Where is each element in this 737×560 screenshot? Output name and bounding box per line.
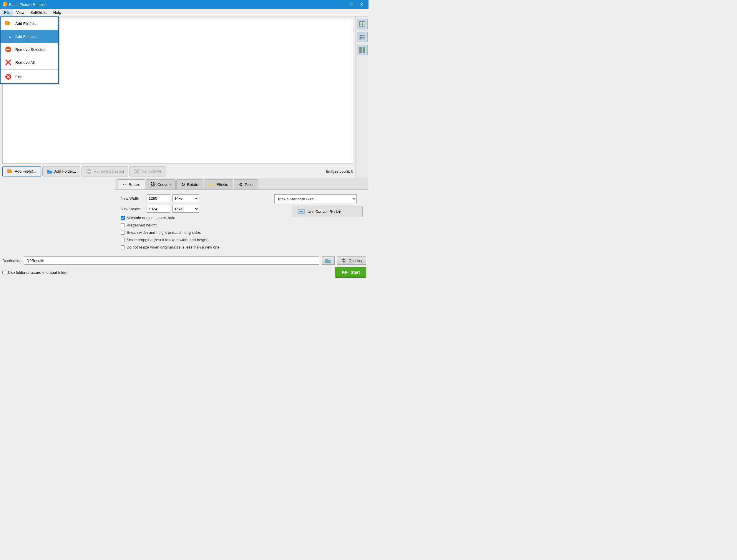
svg-text:+: + <box>6 24 8 26</box>
maintain-ratio-checkbox[interactable] <box>121 216 125 220</box>
tab-resize[interactable]: ↔ Resize <box>117 179 145 189</box>
use-folder-checkbox[interactable] <box>2 271 6 274</box>
menu-remove-all[interactable]: Remove All <box>1 56 58 69</box>
effects-tab-icon: ✨ <box>209 182 215 187</box>
options-button[interactable]: Options <box>337 256 366 265</box>
grid-view-icon <box>359 47 365 53</box>
add-folder-label: Add Folder... <box>15 34 37 39</box>
start-button[interactable]: Start <box>335 267 366 278</box>
sidebar-thumbnails-large-button[interactable] <box>357 19 367 29</box>
svg-point-43 <box>343 260 345 262</box>
resize-right-col: Pick a Standard Size 640x480 800x600 102… <box>274 194 362 249</box>
svg-text:B: B <box>4 3 6 6</box>
add-folder-button[interactable]: Add Folder... <box>42 166 81 176</box>
svg-rect-15 <box>7 169 10 173</box>
toolbar: Add File(s)... Add Folder... Remove Sele… <box>0 165 355 178</box>
tab-tools[interactable]: ⚙ Tools <box>234 179 258 189</box>
svg-rect-7 <box>9 36 10 38</box>
new-height-unit-select[interactable]: Pixel Percent Inch Cm <box>172 205 199 213</box>
menu-add-folder[interactable]: Add Folder... <box>1 30 58 43</box>
add-files-toolbar-icon <box>7 169 13 174</box>
new-width-row: New Width Pixel Percent Inch Cm <box>121 194 268 202</box>
new-height-label: New Height <box>121 207 144 211</box>
switch-wh-checkbox[interactable] <box>121 231 125 235</box>
svg-rect-36 <box>362 50 365 53</box>
menu-add-files[interactable]: + Add File(s)... <box>1 17 58 30</box>
maximize-button[interactable]: □ <box>347 1 356 8</box>
svg-point-44 <box>342 259 346 263</box>
tab-convert[interactable]: 🖼 Convert <box>146 179 176 189</box>
destination-input[interactable] <box>24 256 319 265</box>
destination-bar: Destination Options <box>0 254 368 267</box>
new-width-unit-select[interactable]: Pixel Percent Inch Cm <box>172 194 199 202</box>
add-files-label: Add File(s)... <box>15 21 37 26</box>
no-resize-checkbox[interactable] <box>121 245 125 249</box>
use-folder-check-row: Use folder structure in output folder <box>2 270 68 275</box>
svg-rect-24 <box>362 22 365 24</box>
tab-effects[interactable]: ✨ Effects <box>204 179 233 189</box>
sidebar-grid-button[interactable] <box>357 45 367 55</box>
svg-marker-46 <box>345 270 347 275</box>
destination-label: Destination <box>2 259 21 263</box>
canvas-resize-icon <box>297 207 305 216</box>
new-width-label: New Width <box>121 196 144 201</box>
menu-bar: File View SoftOrbits Help + Add File(s).… <box>0 9 368 16</box>
svg-rect-4 <box>8 23 10 25</box>
tab-rotate[interactable]: ↻ Rotate <box>176 179 203 189</box>
svg-rect-17 <box>10 171 12 173</box>
canvas-resize-label: Use Canvas Resize <box>307 209 341 214</box>
menu-divider <box>1 69 58 70</box>
destination-folder-button[interactable] <box>322 256 335 265</box>
svg-rect-23 <box>360 22 362 24</box>
no-resize-label: Do not resize when original size is less… <box>127 245 219 249</box>
rotate-tab-icon: ↻ <box>181 182 185 187</box>
svg-rect-34 <box>362 47 365 50</box>
menu-item-file[interactable]: File <box>1 9 13 16</box>
smart-crop-row: Smart cropping (result in exact width an… <box>121 238 268 242</box>
svg-marker-16 <box>10 169 12 171</box>
menu-exit[interactable]: Exit <box>1 70 58 83</box>
resize-tab-icon: ↔ <box>122 182 127 187</box>
close-button[interactable]: ✕ <box>357 1 366 8</box>
tab-tools-label: Tools <box>244 182 253 187</box>
predefined-height-checkbox[interactable] <box>121 223 125 227</box>
add-files-button[interactable]: Add File(s)... <box>2 166 41 176</box>
new-height-input[interactable] <box>147 205 170 213</box>
svg-rect-35 <box>359 50 362 53</box>
menu-item-softorbits[interactable]: SoftOrbits <box>27 9 50 16</box>
options-gear-icon <box>341 258 347 263</box>
remove-all-toolbar-icon <box>134 169 140 174</box>
menu-remove-selected[interactable]: Remove Selected <box>1 43 58 56</box>
resize-two-col: New Width Pixel Percent Inch Cm New He <box>121 194 362 249</box>
standard-size-select[interactable]: Pick a Standard Size 640x480 800x600 102… <box>274 194 357 203</box>
maintain-ratio-row: Maintain original aspect ratio <box>121 216 268 220</box>
new-width-input[interactable] <box>147 194 170 202</box>
add-folder-icon <box>5 33 12 40</box>
tabs-and-content: ↔ Resize 🖼 Convert ↻ Rotate ✨ Effects ⚙ … <box>0 178 368 280</box>
smart-crop-checkbox[interactable] <box>121 238 125 242</box>
remove-selected-icon <box>5 46 12 53</box>
list-view-icon <box>359 34 365 40</box>
title-bar-left: B Batch Picture Resizer <box>2 2 46 7</box>
maintain-ratio-label: Maintain original aspect ratio <box>127 216 175 220</box>
remove-all-button[interactable]: Remove All <box>129 166 165 176</box>
canvas-resize-button[interactable]: Use Canvas Resize <box>292 206 362 217</box>
menu-item-view[interactable]: View <box>13 9 27 16</box>
file-dropdown-menu: + Add File(s)... Add Folder... <box>0 16 59 84</box>
sidebar-list-button[interactable] <box>357 32 367 42</box>
tools-tab-icon: ⚙ <box>239 182 243 187</box>
menu-item-help[interactable]: Help <box>50 9 64 16</box>
options-label: Options <box>348 259 362 263</box>
add-folder-toolbar-icon <box>47 169 53 174</box>
start-icon <box>341 269 348 275</box>
remove-all-label: Remove All <box>15 60 35 65</box>
convert-tab-icon: 🖼 <box>151 182 156 187</box>
minimize-button[interactable]: – <box>337 1 346 8</box>
svg-point-31 <box>360 37 361 38</box>
right-sidebar <box>355 16 368 178</box>
remove-selected-label: Remove Selected <box>15 47 46 52</box>
resize-left-col: New Width Pixel Percent Inch Cm New He <box>121 194 268 249</box>
start-label: Start <box>350 270 360 275</box>
svg-rect-26 <box>362 24 365 26</box>
remove-selected-button[interactable]: Remove Selected <box>81 166 128 176</box>
